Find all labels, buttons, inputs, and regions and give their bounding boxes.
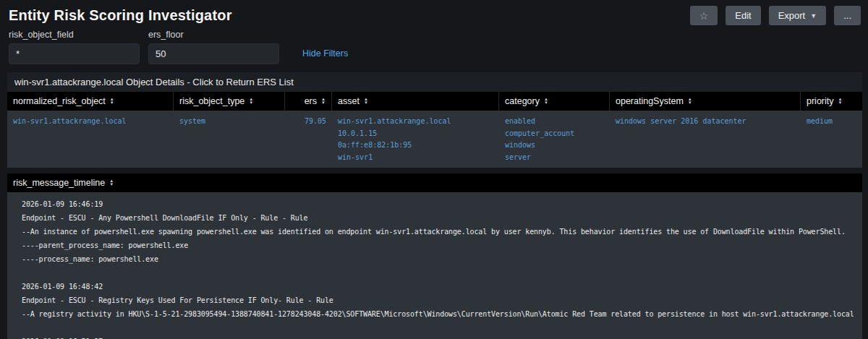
cell-operating-system[interactable]: windows server 2016 datacenter — [610, 111, 801, 168]
dashboard-header: Entity Risk Scoring Investigator ☆ Edit … — [0, 0, 868, 25]
cell-asset[interactable]: win-svr1.attackrange.local 10.0.1.15 0a:… — [332, 111, 499, 168]
filter-ers-floor: ers_floor — [148, 30, 279, 64]
edit-button-label: Edit — [735, 10, 751, 21]
timeline-message-line: --A registry activity in HKU\S-1-5-21-29… — [22, 307, 862, 321]
timeline-timestamp: 2026-01-09 16:48:42 — [22, 280, 862, 293]
cell-category[interactable]: enabled computer_account windows server — [499, 111, 610, 168]
export-button-label: Export — [778, 10, 806, 21]
timeline-entry: 2026-01-09 16:46:19 Endpoint - ESCU - An… — [22, 197, 862, 266]
favorite-button[interactable]: ☆ — [690, 6, 718, 25]
timeline-table-header: risk_message_timeline — [7, 173, 862, 192]
sort-icon — [544, 98, 548, 105]
cell-ers[interactable]: 79.05 — [285, 111, 332, 168]
risk-object-field-label: risk_object_field — [9, 30, 140, 40]
risk-message-timeline-panel: risk_message_timeline 2026-01-09 16:46:1… — [7, 173, 862, 339]
column-header-risk-object-type[interactable]: risk_object_type — [174, 92, 285, 111]
object-details-panel-title: win-svr1.attackrange.local Object Detail… — [7, 72, 862, 92]
column-header-asset[interactable]: asset — [332, 92, 499, 111]
timeline-entry: 2026-01-09 16:48:42 Endpoint - ESCU - Re… — [22, 280, 862, 321]
ers-floor-label: ers_floor — [148, 30, 279, 40]
sort-icon — [321, 98, 326, 105]
object-details-panel: win-svr1.attackrange.local Object Detail… — [7, 72, 862, 168]
chevron-down-icon: ▼ — [810, 12, 817, 20]
export-button[interactable]: Export ▼ — [769, 6, 827, 25]
sort-icon — [688, 98, 692, 105]
column-header-risk-message-timeline[interactable]: risk_message_timeline — [7, 173, 862, 192]
filter-bar: risk_object_field ers_floor Hide Filters — [0, 25, 868, 64]
timeline-message-line: ----process_name: powershell.exe — [22, 252, 862, 266]
column-header-ers[interactable]: ers — [285, 92, 332, 111]
table-row[interactable]: win-svr1.attackrange.local system 79.05 … — [7, 111, 862, 168]
risk-message-timeline-cell[interactable]: 2026-01-09 16:46:19 Endpoint - ESCU - An… — [7, 192, 862, 339]
more-button-label: ... — [843, 10, 851, 21]
dashboard-actions: ☆ Edit Export ▼ ... — [690, 6, 861, 25]
timeline-message-line: Endpoint - ESCU - Registry Keys Used For… — [22, 293, 862, 307]
cell-risk-object-type[interactable]: system — [174, 111, 285, 168]
sort-icon — [838, 98, 843, 105]
sort-icon — [109, 179, 114, 186]
sort-icon — [364, 98, 368, 105]
timeline-message-line: ----parent_process_name: powershell.exe — [22, 239, 862, 252]
timeline-message-line: Endpoint - ESCU - Any Powershell Downloa… — [22, 211, 862, 225]
column-header-priority[interactable]: priority — [801, 92, 862, 111]
filter-risk-object-field: risk_object_field — [9, 30, 140, 64]
timeline-timestamp: 2026-01-09 16:51:27 — [22, 335, 862, 339]
timeline-timestamp: 2026-01-09 16:46:19 — [22, 197, 862, 211]
hide-filters-link[interactable]: Hide Filters — [302, 48, 348, 59]
cell-priority[interactable]: medium — [801, 111, 862, 168]
timeline-message-line: --An instance of powershell.exe spawning… — [22, 225, 862, 239]
ers-floor-input[interactable] — [148, 43, 279, 64]
timeline-entry: 2026-01-09 16:51:27 Endpoint - ESCU - Wi… — [22, 335, 862, 339]
sort-icon — [110, 98, 114, 105]
column-header-normalized-risk-object[interactable]: normalized_risk_object — [7, 92, 174, 111]
page-title: Entity Risk Scoring Investigator — [9, 6, 232, 24]
details-table-header: normalized_risk_object risk_object_type … — [7, 92, 862, 111]
column-header-operating-system[interactable]: operatingSystem — [610, 92, 801, 111]
edit-button[interactable]: Edit — [726, 6, 760, 25]
risk-object-field-input[interactable] — [9, 43, 140, 64]
dashboard: Entity Risk Scoring Investigator ☆ Edit … — [0, 0, 868, 339]
sort-icon — [249, 98, 253, 105]
star-icon: ☆ — [699, 10, 709, 22]
more-button[interactable]: ... — [834, 6, 861, 25]
column-header-category[interactable]: category — [499, 92, 610, 111]
cell-normalized-risk-object[interactable]: win-svr1.attackrange.local — [7, 111, 174, 168]
